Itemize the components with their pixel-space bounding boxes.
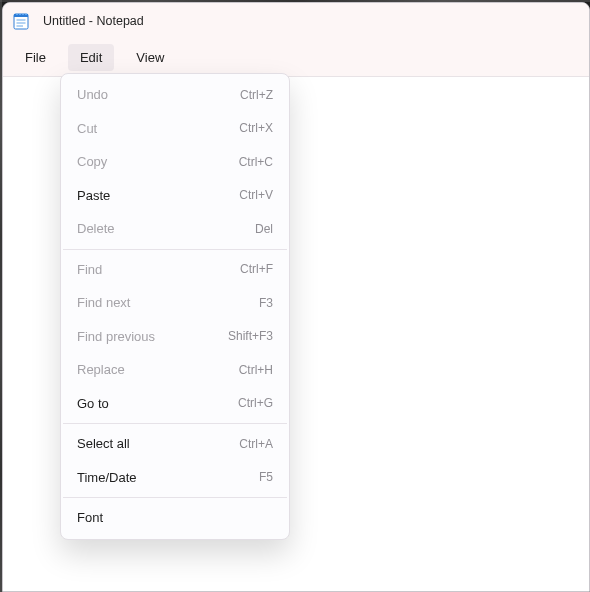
menu-item-label: Replace xyxy=(77,362,125,377)
edit-menu-time-date[interactable]: Time/DateF5 xyxy=(61,461,289,495)
menu-item-label: Find previous xyxy=(77,329,155,344)
svg-point-4 xyxy=(22,13,24,15)
edit-menu-cut: CutCtrl+X xyxy=(61,112,289,146)
menu-item-label: Go to xyxy=(77,396,109,411)
menu-item-shortcut: Ctrl+G xyxy=(238,396,273,410)
menu-separator xyxy=(63,423,287,424)
menu-item-shortcut: Ctrl+F xyxy=(240,262,273,276)
edit-menu-select-all[interactable]: Select allCtrl+A xyxy=(61,427,289,461)
menu-item-label: Select all xyxy=(77,436,130,451)
menu-item-label: Undo xyxy=(77,87,108,102)
menu-item-shortcut: Ctrl+A xyxy=(239,437,273,451)
edit-menu-go-to[interactable]: Go toCtrl+G xyxy=(61,387,289,421)
menu-item-shortcut: Ctrl+X xyxy=(239,121,273,135)
menu-separator xyxy=(63,497,287,498)
menu-view[interactable]: View xyxy=(124,44,176,71)
edit-dropdown: UndoCtrl+ZCutCtrl+XCopyCtrl+CPasteCtrl+V… xyxy=(60,73,290,540)
edit-menu-find: FindCtrl+F xyxy=(61,253,289,287)
notepad-icon xyxy=(13,12,29,30)
edit-menu-find-previous: Find previousShift+F3 xyxy=(61,320,289,354)
menu-item-shortcut: Ctrl+V xyxy=(239,188,273,202)
menu-item-label: Font xyxy=(77,510,103,525)
menu-item-shortcut: F3 xyxy=(259,296,273,310)
menu-item-shortcut: Del xyxy=(255,222,273,236)
menu-separator xyxy=(63,249,287,250)
menu-edit[interactable]: Edit xyxy=(68,44,114,71)
menu-item-shortcut: Ctrl+H xyxy=(239,363,273,377)
menu-item-label: Paste xyxy=(77,188,110,203)
edit-menu-delete: DeleteDel xyxy=(61,212,289,246)
edit-menu-find-next: Find nextF3 xyxy=(61,286,289,320)
menu-item-label: Copy xyxy=(77,154,107,169)
menu-file[interactable]: File xyxy=(13,44,58,71)
edit-menu-undo: UndoCtrl+Z xyxy=(61,78,289,112)
menu-item-label: Find next xyxy=(77,295,130,310)
menu-item-label: Time/Date xyxy=(77,470,136,485)
edit-menu-copy: CopyCtrl+C xyxy=(61,145,289,179)
svg-point-5 xyxy=(25,13,27,15)
menu-item-label: Find xyxy=(77,262,102,277)
window-title: Untitled - Notepad xyxy=(43,14,144,28)
menu-item-shortcut: Ctrl+Z xyxy=(240,88,273,102)
menu-item-label: Cut xyxy=(77,121,97,136)
notepad-window: Untitled - Notepad File Edit View UndoCt… xyxy=(2,2,590,592)
svg-point-2 xyxy=(16,13,18,15)
edit-menu-paste[interactable]: PasteCtrl+V xyxy=(61,179,289,213)
svg-point-3 xyxy=(19,13,21,15)
titlebar[interactable]: Untitled - Notepad xyxy=(3,3,589,39)
menu-item-shortcut: Shift+F3 xyxy=(228,329,273,343)
menu-item-label: Delete xyxy=(77,221,115,236)
edit-menu-replace: ReplaceCtrl+H xyxy=(61,353,289,387)
edit-menu-font[interactable]: Font xyxy=(61,501,289,535)
menubar: File Edit View xyxy=(3,39,589,77)
menu-item-shortcut: F5 xyxy=(259,470,273,484)
menu-item-shortcut: Ctrl+C xyxy=(239,155,273,169)
